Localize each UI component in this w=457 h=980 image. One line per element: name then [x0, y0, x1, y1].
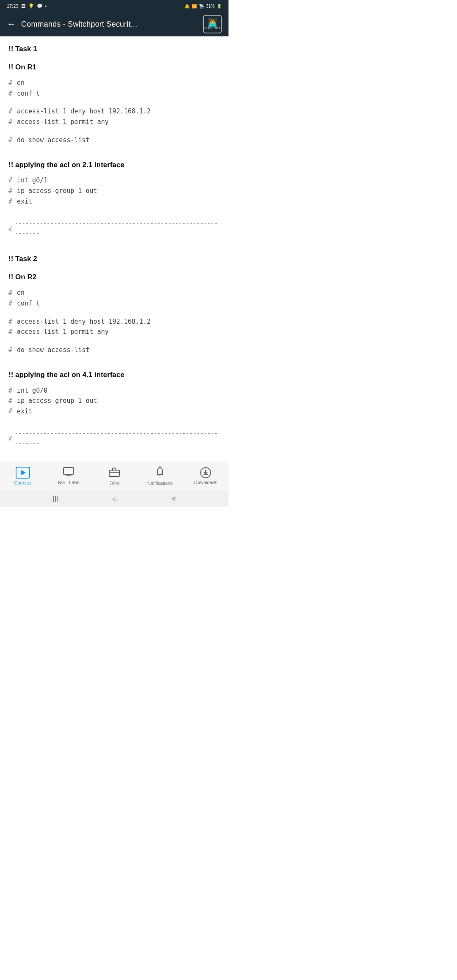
hash-icon: #	[8, 298, 14, 309]
cmd-text: int g0/1	[17, 175, 47, 186]
hash-icon: #	[8, 186, 14, 196]
cmd-block-r2-show-acl: # do show access-list	[8, 345, 220, 355]
status-right: 🔔 📶 📡 31% 🔋	[184, 4, 222, 8]
wifi-icon: 📶	[192, 4, 197, 8]
cmd-text: do show access-list	[17, 135, 90, 146]
task1-heading: !! Task 1	[8, 43, 220, 55]
cmd-line: # do show access-list	[8, 135, 220, 146]
cmd-block-int-g00: # int g0/0 # ip access-group 1 out # exi…	[8, 385, 220, 417]
support-label: SUPPORT	[204, 26, 221, 30]
hash-icon: #	[8, 345, 14, 355]
divider-2: # --------------------------------------…	[8, 429, 220, 449]
on-r2-heading: !! On R2	[8, 271, 220, 284]
page-title: Commands - Switchport Securit...	[21, 20, 198, 29]
cmd-line: # int g0/0	[8, 385, 220, 396]
nav-label-courses: Courses	[14, 480, 32, 485]
bottom-nav: Courses NG - Labs Jobs	[0, 461, 228, 491]
hash-icon: #	[8, 224, 12, 234]
svg-rect-0	[63, 468, 74, 474]
cmd-line: # access-list 1 permit any	[8, 327, 220, 337]
nav-item-jobs[interactable]: Jobs	[91, 461, 137, 491]
status-bar: 17:23 🖼 💡 💬 • 🔔 📶 📡 31% 🔋	[0, 0, 228, 12]
nav-item-courses[interactable]: Courses	[0, 461, 46, 491]
hash-icon: #	[8, 135, 14, 146]
hash-icon: #	[8, 396, 14, 406]
nav-item-notifications[interactable]: Notifications	[137, 461, 183, 491]
image-icon: 🖼	[21, 3, 26, 8]
cmd-line: # int g0/1	[8, 175, 220, 186]
cmd-block-acl1: # access-list 1 deny host 192.168.1.2 # …	[8, 106, 220, 127]
acl-21-heading: !! applying the acl on 2.1 interface	[8, 159, 220, 171]
play-triangle-icon	[21, 470, 26, 476]
divider-dashes: ----------------------------------------…	[14, 429, 220, 449]
nav-label-ng-labs: NG - Labs	[58, 480, 79, 485]
svg-point-7	[160, 466, 161, 468]
cmd-block-r2-en-conf: # en # conf t	[8, 288, 220, 309]
content-area: !! Task 1 !! On R1 # en # conf t # acces…	[0, 36, 228, 461]
cmd-line: # access-list 1 permit any	[8, 117, 220, 127]
cmd-text: conf t	[17, 298, 40, 309]
courses-icon	[16, 467, 30, 479]
cmd-line: # exit	[8, 406, 220, 417]
cmd-text: access-list 1 deny host 192.168.1.2	[17, 317, 151, 327]
status-left: 17:23 🖼 💡 💬 •	[7, 3, 47, 9]
home-button[interactable]: ○	[113, 495, 117, 503]
hash-icon: #	[8, 288, 14, 298]
hash-icon: #	[8, 78, 14, 88]
cmd-text: access-list 1 permit any	[17, 327, 109, 337]
header: ← Commands - Switchport Securit... 👨‍💻 S…	[0, 12, 228, 36]
hash-icon: #	[8, 117, 14, 127]
cmd-block-int-g01: # int g0/1 # ip access-group 1 out # exi…	[8, 175, 220, 206]
hash-icon: #	[8, 196, 14, 207]
cmd-line: # ip access-group 1 out	[8, 186, 220, 196]
cmd-text: ip access-group 1 out	[17, 186, 97, 196]
nav-item-downloads[interactable]: Downloads	[183, 461, 228, 491]
cmd-line: # access-list 1 deny host 192.168.1.2	[8, 317, 220, 327]
chat-icon: 💬	[37, 3, 43, 9]
support-figure-icon: 👨‍💻	[208, 19, 217, 26]
support-button[interactable]: 👨‍💻 SUPPORT	[203, 15, 222, 33]
hash-icon: #	[8, 327, 14, 337]
hash-icon: #	[8, 406, 14, 417]
cmd-text: exit	[17, 196, 32, 207]
cmd-line: # conf t	[8, 298, 220, 309]
hash-icon: #	[8, 317, 14, 327]
hash-icon: #	[8, 434, 12, 444]
cmd-line: # exit	[8, 196, 220, 207]
downloads-icon	[200, 467, 211, 478]
cmd-block-en-conf: # en # conf t	[8, 78, 220, 99]
cmd-text: do show access-list	[17, 345, 90, 355]
on-r1-heading: !! On R1	[8, 61, 220, 74]
cmd-line: # access-list 1 deny host 192.168.1.2	[8, 106, 220, 117]
dot-icon: •	[45, 3, 47, 8]
battery-icon: 🔋	[217, 4, 222, 8]
nav-label-notifications: Notifications	[147, 481, 173, 486]
hash-icon: #	[8, 385, 14, 396]
cmd-text: ip access-group 1 out	[17, 396, 97, 406]
back-sys-button[interactable]: <	[172, 495, 176, 503]
menu-button[interactable]: |||	[53, 495, 58, 503]
task2-heading: !! Task 2	[8, 253, 220, 265]
nglabs-icon	[63, 467, 74, 478]
signal-icon: 📡	[199, 4, 204, 8]
jobs-icon	[109, 467, 120, 479]
cmd-text: exit	[17, 406, 32, 417]
svg-rect-3	[109, 470, 119, 476]
battery-level: 31%	[206, 4, 215, 8]
divider-1: # --------------------------------------…	[8, 219, 220, 239]
cmd-text: en	[17, 78, 25, 88]
divider-dashes: ----------------------------------------…	[14, 219, 220, 239]
cmd-block-r2-acl1: # access-list 1 deny host 192.168.1.2 # …	[8, 317, 220, 338]
back-button[interactable]: ←	[7, 19, 16, 30]
cmd-block-show-acl: # do show access-list	[8, 135, 220, 146]
cmd-line: # en	[8, 288, 220, 298]
notifications-icon	[155, 466, 165, 479]
cmd-line: # ip access-group 1 out	[8, 396, 220, 406]
bulb-icon: 💡	[28, 3, 34, 9]
nav-item-ng-labs[interactable]: NG - Labs	[46, 461, 91, 491]
cmd-text: int g0/0	[17, 385, 47, 396]
nav-label-downloads: Downloads	[194, 480, 217, 485]
cmd-text: en	[17, 288, 25, 298]
cmd-line: # en	[8, 78, 220, 88]
system-nav-bar: ||| ○ <	[0, 491, 228, 507]
